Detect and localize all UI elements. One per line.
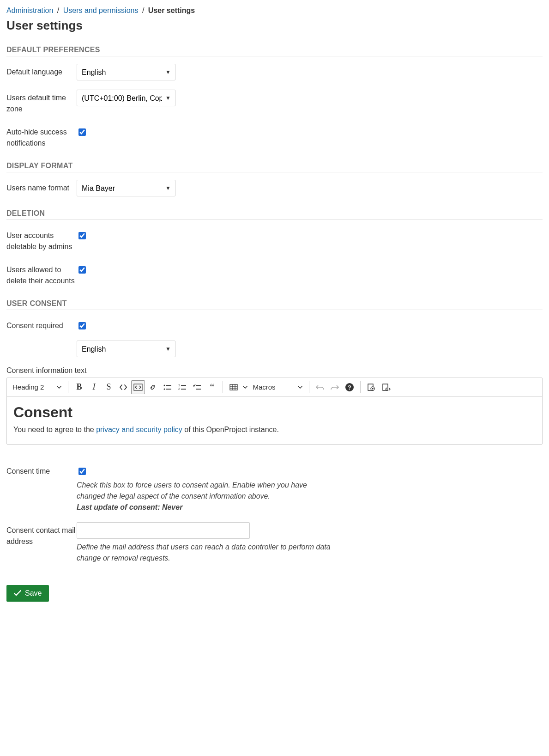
heading-dropdown[interactable]: Heading 2 [10,380,64,394]
label-deletable-admins: User accounts deletable by admins [6,227,77,252]
redo-icon[interactable] [328,380,342,394]
checkbox-autohide[interactable] [78,128,86,136]
breadcrumb-link-administration[interactable]: Administration [6,6,53,14]
breadcrumb-current: User settings [148,6,195,14]
input-contact-mail[interactable] [77,522,250,539]
breadcrumb-link-users[interactable]: Users and permissions [63,6,139,14]
svg-text:2: 2 [178,387,180,390]
table-dropdown-icon[interactable] [241,380,249,394]
select-name-format[interactable]: Mia Bayer [77,180,175,196]
svg-rect-11 [230,384,237,390]
code-block-icon[interactable] [131,380,145,394]
label-autohide: Auto-hide success notifications [6,124,77,149]
bullet-list-icon[interactable] [161,380,175,394]
page-title: User settings [6,18,543,33]
consent-paragraph: You need to agree to the privacy and sec… [13,426,536,434]
code-icon[interactable] [116,380,130,394]
editor-toolbar: Heading 2 B I S 12 “ Macros ? [7,378,542,396]
editor-content[interactable]: Consent You need to agree to the privacy… [7,396,542,444]
breadcrumb-separator: / [57,6,59,14]
label-consent-required: Consent required [6,317,77,331]
italic-icon[interactable]: I [87,380,101,394]
svg-text:1: 1 [178,384,180,387]
check-icon [14,590,21,597]
svg-point-19 [372,388,374,390]
save-button-label: Save [25,589,42,597]
save-button[interactable]: Save [6,585,49,602]
undo-icon[interactable] [313,380,327,394]
bold-icon[interactable]: B [72,380,86,394]
label-default-timezone: Users default time zone [6,90,77,115]
numbered-list-icon[interactable]: 12 [175,380,189,394]
hint-consent-last-update: Last update of consent: Never [77,503,182,511]
checkbox-consent-time[interactable] [78,468,86,475]
label-consent-time: Consent time [6,463,77,477]
toolbar-separator [68,381,68,393]
label-consent-lang [6,341,77,343]
link-icon[interactable] [146,380,160,394]
checkbox-self-delete[interactable] [78,266,86,274]
checkbox-deletable-admins[interactable] [78,232,86,239]
chevron-down-icon [57,386,61,389]
label-contact-mail: Consent contact mail address [6,522,77,547]
rich-text-editor: Heading 2 B I S 12 “ Macros ? Consent Yo… [6,378,543,445]
toolbar-separator [360,381,361,393]
heading-dropdown-label: Heading 2 [12,383,44,391]
svg-point-1 [164,384,165,386]
label-self-delete: Users allowed to delete their accounts [6,262,77,287]
toolbar-separator [223,381,223,393]
section-heading-user-consent: USER CONSENT [6,299,543,310]
chevron-down-icon [298,386,302,389]
checklist-icon[interactable] [190,380,204,394]
select-consent-language[interactable]: English [77,341,175,357]
privacy-policy-link[interactable]: privacy and security policy [96,426,182,433]
quote-icon[interactable]: “ [205,380,219,394]
preview-icon[interactable] [364,380,378,394]
breadcrumb: Administration / Users and permissions /… [6,6,543,15]
label-name-format: Users name format [6,180,77,194]
checkbox-consent-required[interactable] [78,322,86,329]
consent-heading: Consent [13,404,536,421]
label-default-language: Default language [6,64,77,78]
help-icon[interactable]: ? [343,380,356,394]
source-icon[interactable] [379,380,393,394]
strikethrough-icon[interactable]: S [102,380,115,394]
select-default-language[interactable]: English [77,64,175,80]
macros-dropdown[interactable]: Macros [250,380,305,394]
toolbar-separator [309,381,309,393]
breadcrumb-separator: / [142,6,144,14]
svg-text:?: ? [348,384,351,391]
svg-point-2 [164,388,165,390]
section-heading-default-preferences: DEFAULT PREFERENCES [6,46,543,56]
table-icon[interactable] [227,380,241,394]
label-consent-info: Consent information text [6,366,543,375]
hint-contact-mail: Define the mail address that users can r… [77,542,335,564]
macros-dropdown-label: Macros [253,383,275,391]
select-default-timezone[interactable]: (UTC+01:00) Berlin, Copenhagen [77,90,175,106]
hint-consent-time: Check this box to force users to consent… [77,481,307,500]
section-heading-deletion: DELETION [6,209,543,220]
section-heading-display-format: DISPLAY FORMAT [6,162,543,172]
